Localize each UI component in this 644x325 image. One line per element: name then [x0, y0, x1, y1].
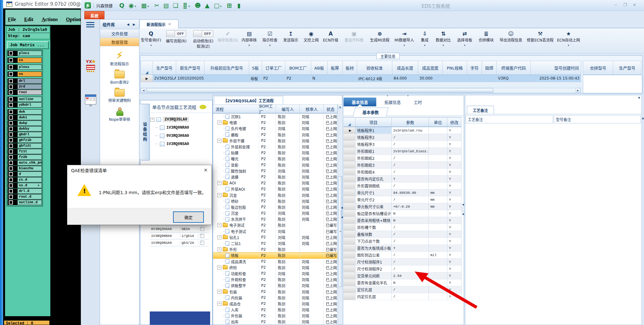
layer-row[interactable]: outline	[8, 97, 42, 102]
layer-checkbox[interactable]	[9, 178, 13, 182]
dropdown-icon[interactable]: ▾	[249, 44, 250, 47]
layer-checkbox[interactable]	[9, 110, 13, 114]
param-value-cell[interactable]: /	[392, 231, 429, 238]
node-icon[interactable]	[156, 117, 161, 122]
param-value-cell[interactable]: /	[392, 134, 429, 141]
ok-button[interactable]: 确定	[173, 211, 204, 223]
layer-label[interactable]: dwk1	[18, 115, 42, 120]
layer-label[interactable]: auto_chk_pnl	[18, 160, 42, 165]
merge-checkbox[interactable]	[200, 227, 204, 231]
collapse-icon[interactable]: −	[217, 223, 221, 227]
ribbon-button-8[interactable]: ◉文控上网	[301, 30, 321, 47]
column-header[interactable]: BOM工厂	[285, 61, 311, 75]
group-data-management[interactable]: 数据管理	[100, 38, 139, 46]
param-row[interactable]: 图形到边公差/milY	[344, 252, 462, 259]
ribbon-button-19[interactable]: ★ECN自动上网▾	[555, 30, 582, 47]
param-value-cell[interactable]: +0/-0.20	[392, 203, 429, 210]
collapse-down-icon[interactable]: ▼	[638, 96, 640, 99]
layer-row[interactable]: plncs	[8, 51, 42, 56]
flow-row[interactable]: −外形P2陈剑已编写	[213, 246, 338, 252]
column-header[interactable]: 状态	[324, 104, 338, 113]
layer-row[interactable]: ydkdrl	[8, 102, 42, 108]
collapse-icon[interactable]: −	[217, 193, 221, 197]
column-header[interactable]: 板厚	[328, 61, 343, 75]
layer-label[interactable]: rout.d	[18, 194, 42, 199]
copy-icon[interactable]: ❏	[171, 1, 180, 9]
layer-checkbox[interactable]	[9, 85, 13, 89]
layer-row[interactable]: 2rd	[8, 84, 42, 89]
collapse-icon[interactable]: −	[150, 118, 154, 122]
layer-label[interactable]: dwkby	[18, 126, 42, 131]
flow-row[interactable]: ┄内包装P2陈剑刘瑶已上网	[213, 295, 338, 301]
layer-row[interactable]: plnss	[8, 64, 42, 70]
layer-checkbox[interactable]	[9, 58, 13, 62]
book-icon[interactable]: ▮	[234, 1, 244, 9]
column-header[interactable]: 验收标准	[357, 61, 392, 75]
layer-label[interactable]: gbfz2t	[18, 143, 42, 148]
layer-checkbox[interactable]	[9, 115, 13, 120]
collapse-icon[interactable]: −	[217, 139, 221, 143]
flow-row[interactable]: ┄退膜P2陈剑刘瑶已上网	[213, 174, 338, 180]
param-row[interactable]: 下刀点总个数/Y	[344, 238, 462, 245]
ribbon-button-18[interactable]: ⚒修复ECN丢流程	[525, 30, 555, 47]
tool-folder[interactable]: Bom查询2	[100, 71, 139, 85]
tab-close-icon[interactable]: ✕	[168, 22, 171, 26]
layer-row[interactable]: rout	[8, 90, 42, 95]
param-row[interactable]: 是否有内定位孔YY	[344, 176, 462, 182]
flow-row[interactable]: ┄二钻1P2刘瑶刘瑶已上网	[213, 240, 338, 246]
layer-row[interactable]: cs.d	[8, 177, 42, 182]
param-value-cell[interactable]: /	[392, 224, 429, 231]
layer-label[interactable]: dwk	[18, 109, 42, 114]
param-row[interactable]: 外形露铜图纸/Y	[344, 182, 462, 189]
layer-checkbox[interactable]	[9, 195, 13, 199]
tree-child-label[interactable]: 0V3RQ3H6A0	[166, 134, 189, 138]
group-file-processing[interactable]: 文件处理	[100, 29, 139, 38]
param-row[interactable]: 板边是否有钻槽设计NY	[344, 210, 462, 217]
collapse-icon[interactable]: −	[217, 181, 221, 185]
off-toggle[interactable]: OFF	[193, 30, 213, 37]
flow-row[interactable]: ┄贴膜P2陈剑刘瑶已上网	[213, 150, 338, 156]
layer-row[interactable]: auto_chk_pnl	[8, 160, 42, 165]
node-icon[interactable]	[160, 142, 165, 146]
dropdown-icon[interactable]: ▾	[443, 44, 444, 47]
param-row[interactable]: 单元尺寸184.00X30.00mmY	[344, 189, 462, 196]
merge-checkbox[interactable]	[200, 241, 204, 245]
layer-label[interactable]: 2rd	[18, 84, 42, 89]
layer-row[interactable]: cs	[8, 58, 42, 63]
param-row[interactable]: 是否采用粗铣+精铣NY	[344, 217, 462, 224]
layer-checkbox[interactable]	[9, 166, 13, 171]
column-header[interactable]: 单位	[429, 117, 447, 127]
layer-checkbox[interactable]	[9, 72, 13, 76]
column-header[interactable]: 阻焊	[482, 61, 497, 75]
tree-root-label[interactable]: 2V3RQ3SLA0	[163, 117, 189, 122]
flow-row[interactable]: ┄入库P2陈剑刘瑶已上网	[213, 307, 338, 313]
dropdown-icon[interactable]: ▾	[220, 5, 222, 8]
layer-label[interactable]: ss.d➤	[18, 183, 42, 188]
param-value-cell[interactable]: 84.00X30.00	[392, 189, 429, 196]
scroll-up-icon[interactable]: ▲	[642, 116, 644, 120]
layer-checkbox[interactable]	[9, 90, 13, 94]
scroll-right-icon[interactable]: ▶	[575, 88, 580, 92]
flow-row[interactable]: ┄磨板P2陈剑刘瑶已上网	[213, 132, 338, 138]
scroll-left-icon[interactable]: ◀	[141, 88, 146, 92]
flow-row[interactable]: ┄酸性蚀刻P2刘瑶刘瑶已上网	[213, 168, 338, 174]
layer-label[interactable]: plnss	[18, 65, 42, 70]
layer-row[interactable]: gbdrl	[8, 132, 42, 137]
layer-checkbox[interactable]	[9, 183, 13, 188]
param-value-cell[interactable]: N	[392, 210, 429, 217]
param-row[interactable]: 异形槽个数/Y	[344, 224, 462, 231]
flow-row[interactable]: ┄铣板P2陈剑已编写	[213, 252, 338, 258]
flow-row[interactable]: ┄外层前处理P2陈剑刘瑶已上网	[213, 144, 338, 150]
param-row[interactable]: 单元尺寸2/mmY	[344, 196, 462, 203]
flow-row[interactable]: ┄电子测试P2刘瑶已编写	[213, 228, 338, 234]
collapse-icon[interactable]: −	[217, 290, 221, 294]
layer-row[interactable]: drl	[8, 78, 42, 84]
dropdown-icon[interactable]: ▾	[135, 5, 136, 8]
splitter-collapse-right-icon[interactable]: ◀¦¦◀	[462, 203, 464, 216]
layer-row[interactable]: dwkp	[8, 120, 42, 126]
merge-row[interactable]: 1V3RQ0NRA01/gb1A	[150, 233, 209, 239]
column-header[interactable]: 编写人	[276, 104, 300, 113]
flow-row[interactable]: ┄显影P2陈剑刘瑶已上网	[213, 162, 338, 168]
column-header[interactable]: 参数	[392, 117, 429, 127]
param-row[interactable]: ▶铣板程序12v3rq3sla0.rouY	[344, 127, 462, 134]
